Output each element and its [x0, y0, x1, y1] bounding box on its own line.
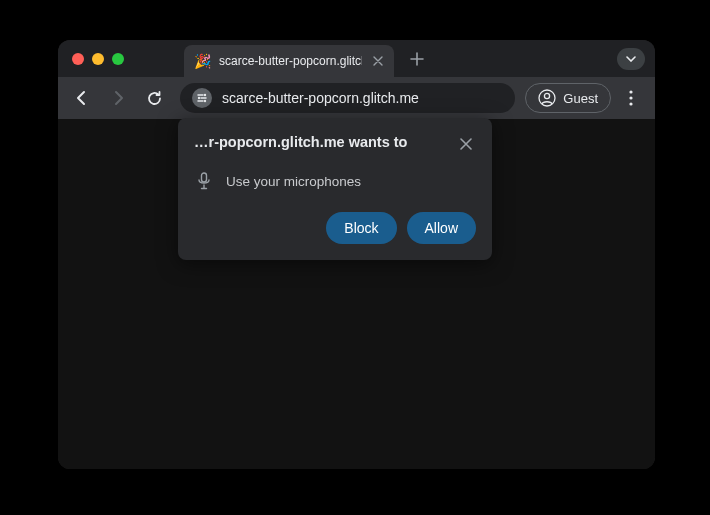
allow-button[interactable]: Allow: [407, 212, 476, 244]
svg-point-2: [204, 100, 206, 102]
forward-button[interactable]: [102, 82, 134, 114]
svg-point-7: [629, 102, 632, 105]
svg-point-4: [545, 93, 550, 98]
guest-avatar-icon: [538, 89, 556, 107]
browser-window: 🎉 scarce-butter-popcorn.glitch scarce-b: [58, 40, 655, 469]
reload-button[interactable]: [138, 82, 170, 114]
svg-point-5: [629, 90, 632, 93]
close-dialog-button[interactable]: [456, 134, 476, 154]
page-content: …r-popcorn.glitch.me wants to Use your m…: [58, 119, 655, 469]
address-bar[interactable]: scarce-butter-popcorn.glitch.me: [180, 83, 515, 113]
site-settings-icon[interactable]: [192, 88, 212, 108]
menu-button[interactable]: [615, 82, 647, 114]
favicon-icon: 🎉: [194, 54, 211, 68]
titlebar: 🎉 scarce-butter-popcorn.glitch: [58, 40, 655, 77]
svg-point-6: [629, 96, 632, 99]
block-button[interactable]: Block: [326, 212, 396, 244]
permission-request-text: Use your microphones: [226, 174, 361, 189]
microphone-icon: [196, 172, 212, 190]
svg-point-0: [204, 94, 206, 96]
minimize-window-button[interactable]: [92, 53, 104, 65]
tab-search-button[interactable]: [617, 48, 645, 70]
maximize-window-button[interactable]: [112, 53, 124, 65]
profile-label: Guest: [563, 91, 598, 106]
svg-point-1: [198, 97, 200, 99]
browser-tab[interactable]: 🎉 scarce-butter-popcorn.glitch: [184, 45, 394, 77]
permission-dialog: …r-popcorn.glitch.me wants to Use your m…: [178, 118, 492, 260]
toolbar: scarce-butter-popcorn.glitch.me Guest: [58, 77, 655, 119]
close-tab-button[interactable]: [370, 53, 386, 69]
permission-title: …r-popcorn.glitch.me wants to: [194, 134, 407, 150]
back-button[interactable]: [66, 82, 98, 114]
new-tab-button[interactable]: [404, 46, 430, 72]
tab-title: scarce-butter-popcorn.glitch: [219, 54, 362, 68]
svg-rect-8: [202, 173, 207, 182]
url-text: scarce-butter-popcorn.glitch.me: [222, 90, 419, 106]
window-controls: [66, 53, 124, 65]
close-window-button[interactable]: [72, 53, 84, 65]
profile-button[interactable]: Guest: [525, 83, 611, 113]
